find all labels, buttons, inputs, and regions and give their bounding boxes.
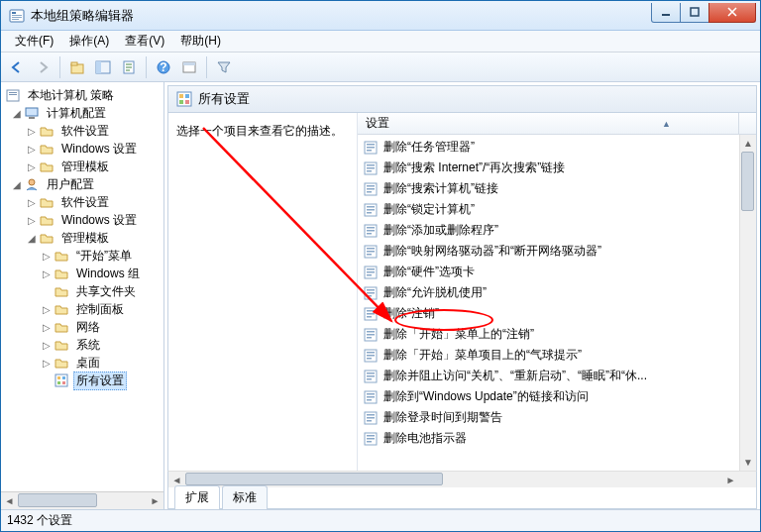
setting-row[interactable]: 删除“允许脱机使用” <box>358 282 739 303</box>
setting-row[interactable]: 删除“映射网络驱动器”和“断开网络驱动器” <box>358 241 739 262</box>
tree-computer-config[interactable]: ◢ 计算机配置 <box>5 104 163 122</box>
scroll-thumb[interactable] <box>18 493 97 507</box>
tree-all-settings[interactable]: 所有设置 <box>5 372 163 389</box>
tree-c-software[interactable]: ▷ 软件设置 <box>5 122 163 140</box>
svg-rect-45 <box>367 206 375 208</box>
close-button[interactable] <box>708 3 756 23</box>
tree-c-admin[interactable]: ▷ 管理模板 <box>5 158 163 175</box>
tree-user-config[interactable]: ◢ 用户配置 <box>5 175 163 193</box>
show-hide-tree-button[interactable] <box>91 55 115 79</box>
back-button[interactable] <box>5 55 29 79</box>
titlebar[interactable]: 本地组策略编辑器 <box>1 1 760 31</box>
expand-icon[interactable]: ▷ <box>41 251 52 262</box>
expand-icon[interactable]: ▷ <box>41 322 52 333</box>
setting-row[interactable]: 删除并阻止访问“关机”、“重新启动”、“睡眠”和“休... <box>358 366 739 386</box>
setting-row[interactable]: 删除“注销” <box>358 303 739 324</box>
export-list-button[interactable] <box>117 55 141 79</box>
scroll-left-icon[interactable]: ◄ <box>1 492 18 509</box>
svg-rect-38 <box>367 167 375 169</box>
setting-icon <box>364 203 378 217</box>
tree-shared[interactable]: 共享文件夹 <box>5 282 163 300</box>
up-button[interactable] <box>65 55 89 79</box>
tree-hscrollbar[interactable]: ◄ ► <box>1 491 163 509</box>
folder-icon <box>54 266 69 281</box>
tree-u-windows[interactable]: ▷ Windows 设置 <box>5 211 163 229</box>
svg-rect-22 <box>55 374 67 386</box>
svg-rect-4 <box>12 19 19 20</box>
tree-u-admin[interactable]: ◢ 管理模板 <box>5 229 163 247</box>
scroll-thumb[interactable] <box>741 152 754 211</box>
setting-row[interactable]: 删除「开始」菜单上的“注销” <box>358 324 739 345</box>
scroll-thumb[interactable] <box>185 473 443 485</box>
expand-icon[interactable]: ▷ <box>26 215 37 226</box>
tree[interactable]: 本地计算机 策略 ◢ 计算机配置 ▷ 软件设置 ▷ Windows 设置 <box>1 82 163 491</box>
tree-system[interactable]: ▷ 系统 <box>5 336 163 354</box>
expand-icon[interactable]: ▷ <box>41 340 52 351</box>
tab-standard[interactable]: 标准 <box>222 485 268 509</box>
tab-extended[interactable]: 扩展 <box>174 485 220 509</box>
right-body: 选择一个项目来查看它的描述。 设置 ▲ 删除“任务管理器”删除“搜索 Inter… <box>167 113 757 471</box>
folder-icon <box>39 230 54 246</box>
setting-row[interactable]: 删除到“Windows Update”的链接和访问 <box>358 386 739 407</box>
tree-c-windows[interactable]: ▷ Windows 设置 <box>5 140 163 158</box>
menu-help[interactable]: 帮助(H) <box>172 31 229 52</box>
setting-row[interactable]: 删除电池指示器 <box>358 428 739 449</box>
svg-rect-5 <box>662 14 670 16</box>
tree-root[interactable]: 本地计算机 策略 <box>5 86 163 104</box>
minimize-button[interactable] <box>651 3 681 23</box>
maximize-button[interactable] <box>680 3 709 23</box>
setting-icon <box>364 370 378 383</box>
collapse-icon[interactable]: ◢ <box>11 179 22 190</box>
expand-icon[interactable]: ▷ <box>41 268 52 279</box>
folder-icon <box>54 301 69 317</box>
setting-label: 删除并阻止访问“关机”、“重新启动”、“睡眠”和“休... <box>383 368 647 384</box>
column-header-setting[interactable]: 设置 ▲ <box>358 113 739 134</box>
svg-rect-51 <box>367 233 372 235</box>
setting-row[interactable]: 删除“搜索 Internet”/“再次搜索”链接 <box>358 158 739 178</box>
scroll-down-icon[interactable]: ▼ <box>740 454 756 471</box>
tree-label: 软件设置 <box>58 122 112 141</box>
help-button[interactable]: ? <box>152 55 175 79</box>
svg-rect-15 <box>183 62 195 65</box>
collapse-icon[interactable]: ◢ <box>26 233 37 244</box>
setting-row[interactable]: 删除「开始」菜单项目上的“气球提示” <box>358 345 739 366</box>
setting-row[interactable]: 删除“锁定计算机” <box>358 199 739 220</box>
setting-row[interactable]: 删除“添加或删除程序” <box>358 220 739 241</box>
properties-button[interactable] <box>177 55 201 79</box>
tree-label: 管理模板 <box>58 158 112 176</box>
setting-row[interactable]: 删除登录时间到期警告 <box>358 407 739 428</box>
setting-row[interactable]: 删除“硬件”选项卡 <box>358 262 739 282</box>
menu-action[interactable]: 操作(A) <box>61 31 117 52</box>
svg-rect-42 <box>367 188 375 190</box>
tree-network[interactable]: ▷ 网络 <box>5 318 163 336</box>
scroll-right-icon[interactable]: ► <box>147 492 163 509</box>
settings-list[interactable]: 删除“任务管理器”删除“搜索 Internet”/“再次搜索”链接删除“搜索计算… <box>358 135 739 471</box>
forward-button[interactable] <box>31 55 54 79</box>
filter-button[interactable] <box>212 55 236 79</box>
tree-control-panel[interactable]: ▷ 控制面板 <box>5 300 163 318</box>
scroll-up-icon[interactable]: ▲ <box>740 135 756 152</box>
tree-desktop[interactable]: ▷ 桌面 <box>5 354 163 372</box>
expand-icon[interactable]: ▷ <box>26 161 37 172</box>
expand-icon[interactable]: ▷ <box>26 126 37 137</box>
menu-view[interactable]: 查看(V) <box>117 31 172 52</box>
setting-icon <box>364 141 378 155</box>
tree-u-software[interactable]: ▷ 软件设置 <box>5 193 163 211</box>
window-buttons <box>652 3 756 23</box>
svg-rect-47 <box>367 212 372 214</box>
list-vscrollbar[interactable]: ▲ ▼ <box>739 135 756 471</box>
scroll-right-icon[interactable]: ► <box>722 472 739 487</box>
svg-rect-29 <box>185 94 189 98</box>
expand-icon[interactable]: ▷ <box>26 144 37 155</box>
tree-windows-comp[interactable]: ▷ Windows 组 <box>5 265 163 282</box>
tree-start-menu[interactable]: ▷ “开始”菜单 <box>5 247 163 265</box>
menu-file[interactable]: 文件(F) <box>7 31 61 52</box>
expand-icon[interactable]: ▷ <box>41 358 52 369</box>
collapse-icon[interactable]: ◢ <box>11 108 22 119</box>
header-corner <box>739 113 756 134</box>
setting-row[interactable]: 删除“搜索计算机”链接 <box>358 178 739 199</box>
setting-row[interactable]: 删除“任务管理器” <box>358 137 739 158</box>
menubar: 文件(F) 操作(A) 查看(V) 帮助(H) <box>1 31 760 53</box>
expand-icon[interactable]: ▷ <box>26 197 37 208</box>
expand-icon[interactable]: ▷ <box>41 304 52 315</box>
